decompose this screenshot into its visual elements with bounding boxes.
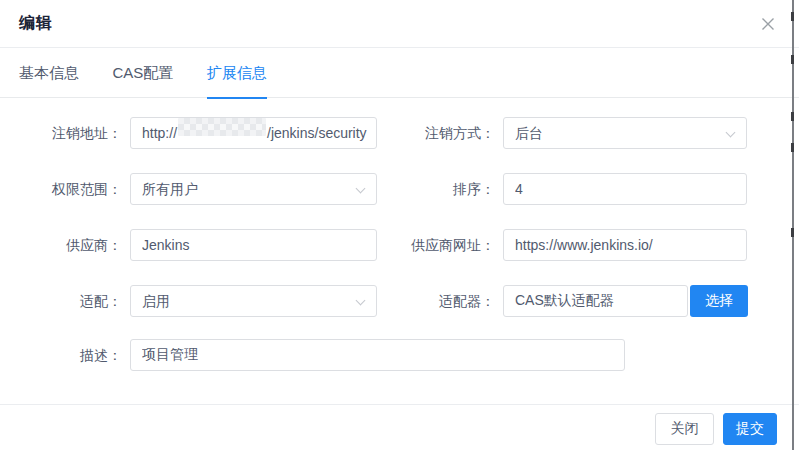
window-edge-tick bbox=[791, 55, 794, 64]
chevron-down-icon bbox=[356, 184, 366, 194]
window-edge-tick bbox=[791, 112, 794, 121]
tab-basic-info[interactable]: 基本信息 bbox=[19, 48, 79, 98]
sort-input[interactable] bbox=[503, 173, 747, 205]
tab-cas-config[interactable]: CAS配置 bbox=[112, 48, 173, 98]
chevron-down-icon bbox=[726, 128, 736, 138]
logout-mode-label: 注销方式： bbox=[373, 117, 495, 149]
tab-extended-info[interactable]: 扩展信息 bbox=[207, 48, 267, 98]
adapt-label: 适配： bbox=[0, 285, 122, 317]
vendor-url-input[interactable] bbox=[503, 229, 747, 261]
logout-mode-select[interactable]: 后台 bbox=[503, 117, 747, 149]
form-row: 权限范围： 所有用户 排序： bbox=[0, 173, 794, 205]
form-row: 适配： 启用 适配器： 选择 bbox=[0, 285, 794, 317]
window-edge-tick bbox=[791, 228, 794, 237]
redacted-blur bbox=[178, 118, 266, 136]
adapter-input[interactable] bbox=[503, 285, 688, 317]
modal-header: 编辑 bbox=[0, 0, 799, 48]
window-edge-tick bbox=[791, 143, 794, 152]
logout-mode-value: 后台 bbox=[515, 125, 543, 141]
modal-title: 编辑 bbox=[19, 13, 53, 34]
footer-divider bbox=[0, 404, 799, 405]
vendor-label: 供应商： bbox=[0, 229, 122, 261]
form-row: 注销地址： http:///jenkins/security 注销方式： 后台 bbox=[0, 117, 794, 149]
form-row: 描述： bbox=[0, 339, 794, 371]
close-icon[interactable] bbox=[760, 16, 776, 32]
window-edge-tick bbox=[791, 12, 794, 21]
sort-label: 排序： bbox=[373, 173, 495, 205]
logout-url-prefix: http:// bbox=[142, 118, 177, 148]
close-button[interactable]: 关闭 bbox=[655, 413, 714, 445]
scope-label: 权限范围： bbox=[0, 173, 122, 205]
adapter-select-button[interactable]: 选择 bbox=[690, 285, 748, 317]
form-row: 供应商： 供应商网址： bbox=[0, 229, 794, 261]
logout-url-input[interactable]: http:///jenkins/security bbox=[130, 117, 377, 149]
tab-bar: 基本信息 CAS配置 扩展信息 bbox=[0, 48, 799, 98]
description-input[interactable] bbox=[130, 339, 625, 371]
submit-button[interactable]: 提交 bbox=[723, 413, 777, 445]
adapter-label: 适配器： bbox=[373, 285, 495, 317]
edit-modal: 编辑 基本信息 CAS配置 扩展信息 注销地址： http:///jenkins… bbox=[0, 0, 799, 450]
scope-value: 所有用户 bbox=[142, 181, 198, 197]
logout-url-suffix: /jenkins/security bbox=[267, 118, 367, 148]
adapt-value: 启用 bbox=[142, 293, 170, 309]
vendor-input[interactable] bbox=[130, 229, 377, 261]
vendor-url-label: 供应商网址： bbox=[373, 229, 495, 261]
chevron-down-icon bbox=[356, 296, 366, 306]
adapt-select[interactable]: 启用 bbox=[130, 285, 377, 317]
scope-select[interactable]: 所有用户 bbox=[130, 173, 377, 205]
description-label: 描述： bbox=[0, 339, 122, 371]
window-edge bbox=[792, 0, 794, 450]
logout-url-label: 注销地址： bbox=[0, 117, 122, 149]
